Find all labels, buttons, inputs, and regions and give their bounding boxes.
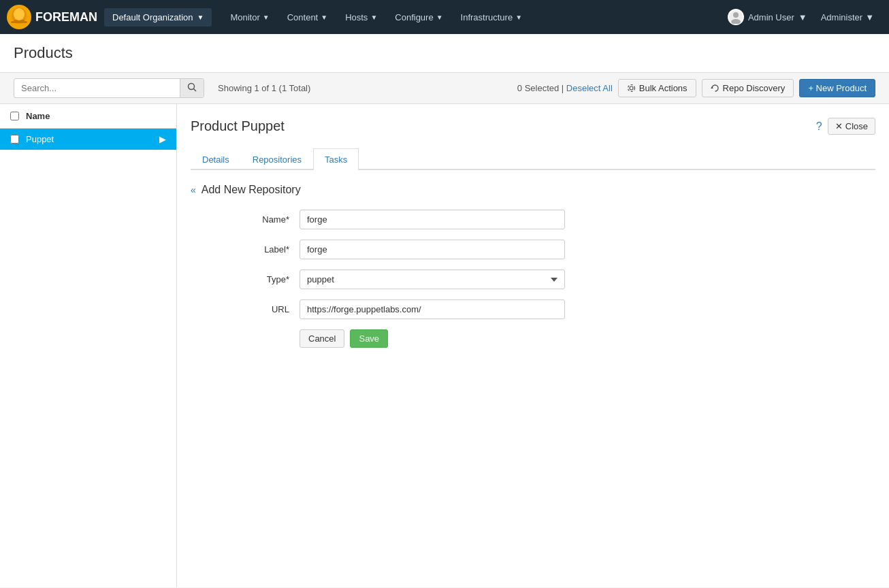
tab-details[interactable]: Details xyxy=(191,148,241,170)
administer-caret-icon: ▼ xyxy=(865,12,874,22)
navbar-right: Admin User ▼ Administer ▼ xyxy=(728,8,882,27)
type-select[interactable]: puppet yum docker ostree xyxy=(300,270,565,289)
type-label: Type* xyxy=(191,274,300,284)
brand-name: FOREMAN xyxy=(35,10,97,24)
toolbar: Showing 1 of 1 (1 Total) 0 Selected | De… xyxy=(0,73,889,104)
detail-title: Product Puppet xyxy=(191,118,285,134)
page-header: Products xyxy=(0,34,889,73)
select-all-checkbox[interactable] xyxy=(10,112,19,120)
puppet-checkbox[interactable] xyxy=(10,135,19,144)
content-caret-icon: ▼ xyxy=(321,14,327,21)
sidebar: Name Puppet ▶ xyxy=(0,104,177,587)
sidebar-header: Name xyxy=(0,104,176,129)
administer-menu[interactable]: Administer ▼ xyxy=(813,8,882,27)
deselect-all-link[interactable]: Deselect All xyxy=(566,83,613,93)
detail-header: Product Puppet ? ✕ Close xyxy=(191,118,875,135)
new-product-button[interactable]: + New Product xyxy=(799,79,875,97)
org-caret-icon: ▼ xyxy=(197,14,204,21)
nav-configure[interactable]: Configure ▼ xyxy=(387,8,451,27)
help-icon[interactable]: ? xyxy=(816,120,822,133)
admin-user-caret-icon: ▼ xyxy=(798,12,807,22)
detail-panel: Product Puppet ? ✕ Close Details Reposit… xyxy=(177,104,889,587)
form-group-type: Type* puppet yum docker ostree xyxy=(191,270,875,289)
infrastructure-caret-icon: ▼ xyxy=(515,14,522,21)
nav-hosts[interactable]: Hosts ▼ xyxy=(337,8,385,27)
hosts-caret-icon: ▼ xyxy=(370,14,377,21)
admin-user-label: Admin User xyxy=(748,12,794,22)
tab-repositories[interactable]: Repositories xyxy=(241,148,313,170)
url-input[interactable] xyxy=(300,299,565,319)
form-section-title: « Add New Repository xyxy=(191,184,875,196)
foreman-logo-icon xyxy=(7,5,31,29)
tabs: Details Repositories Tasks xyxy=(191,148,875,170)
avatar xyxy=(728,9,744,25)
form-group-name: Name* xyxy=(191,210,875,229)
tab-tasks[interactable]: Tasks xyxy=(313,148,359,170)
search-input[interactable] xyxy=(14,80,180,97)
form-actions: Cancel Save xyxy=(300,329,875,348)
org-selector[interactable]: Default Organization ▼ xyxy=(104,8,212,27)
svg-line-9 xyxy=(194,89,197,92)
cog-icon xyxy=(627,84,636,93)
main-content: Name Puppet ▶ Product Puppet ? ✕ Close D… xyxy=(0,104,889,587)
nav-monitor[interactable]: Monitor ▼ xyxy=(222,8,277,27)
selected-count: 0 Selected | Deselect All xyxy=(517,83,613,93)
search-button[interactable] xyxy=(180,79,204,97)
search-box xyxy=(14,78,204,98)
close-button[interactable]: ✕ Close xyxy=(828,118,875,135)
close-x-icon: ✕ xyxy=(835,121,843,131)
svg-rect-3 xyxy=(11,21,27,23)
bulk-actions-button[interactable]: Bulk Actions xyxy=(618,79,696,97)
save-button[interactable]: Save xyxy=(350,329,388,348)
refresh-icon xyxy=(711,84,720,93)
svg-point-8 xyxy=(189,84,195,90)
svg-point-10 xyxy=(630,86,633,90)
toolbar-info: Showing 1 of 1 (1 Total) xyxy=(211,83,511,93)
search-icon xyxy=(187,82,197,92)
navbar: FOREMAN Default Organization ▼ Monitor ▼… xyxy=(0,0,889,34)
form-group-url: URL xyxy=(191,299,875,319)
puppet-label: Puppet xyxy=(26,134,54,144)
name-label: Name* xyxy=(191,214,300,225)
svg-point-6 xyxy=(733,12,739,18)
repo-discovery-button[interactable]: Repo Discovery xyxy=(702,79,794,97)
showing-text: Showing 1 of 1 (1 Total) xyxy=(218,83,310,93)
svg-point-4 xyxy=(14,8,25,20)
label-input[interactable] xyxy=(300,240,565,259)
detail-header-actions: ? ✕ Close xyxy=(816,118,875,135)
puppet-arrow-icon: ▶ xyxy=(159,134,166,144)
name-input[interactable] xyxy=(300,210,565,229)
svg-marker-12 xyxy=(711,86,713,88)
admin-user-menu[interactable]: Admin User ▼ xyxy=(728,9,807,25)
monitor-caret-icon: ▼ xyxy=(263,14,270,21)
nav-menu: Monitor ▼ Content ▼ Hosts ▼ Configure ▼ … xyxy=(222,8,727,27)
arrows-icon: « xyxy=(191,184,196,195)
sidebar-item-puppet[interactable]: Puppet ▶ xyxy=(0,129,176,150)
toolbar-actions: 0 Selected | Deselect All Bulk Actions R… xyxy=(517,79,875,97)
form-group-label: Label* xyxy=(191,240,875,259)
nav-infrastructure[interactable]: Infrastructure ▼ xyxy=(453,8,531,27)
org-name: Default Organization xyxy=(112,12,193,22)
label-label: Label* xyxy=(191,244,300,255)
url-label: URL xyxy=(191,304,300,314)
configure-caret-icon: ▼ xyxy=(436,14,443,21)
svg-point-11 xyxy=(628,85,634,92)
page-title: Products xyxy=(14,44,875,62)
brand-logo[interactable]: FOREMAN xyxy=(7,5,97,29)
nav-content[interactable]: Content ▼ xyxy=(279,8,336,27)
cancel-button[interactable]: Cancel xyxy=(300,329,344,348)
